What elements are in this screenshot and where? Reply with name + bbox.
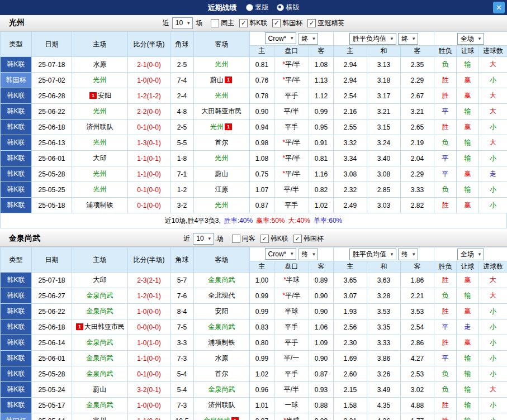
subcol-odds-home: 主 <box>250 46 274 57</box>
checkbox-checked-icon[interactable]: ✓ <box>307 19 316 27</box>
home-team-cell: 金泉尚武 <box>72 398 128 413</box>
filter-checkbox-label: 韩K联 <box>249 18 267 28</box>
filter-checkbox-label: 同主 <box>221 18 234 28</box>
avg-stage-select[interactable]: 终▼ <box>398 249 418 260</box>
layout-radio-group: 竖版横版 <box>246 3 300 12</box>
odds-stage-select[interactable]: 终▼ <box>298 33 319 45</box>
match-count-select[interactable]: 10▼ <box>172 17 193 29</box>
avg-away-cell: 2.82 <box>401 198 434 213</box>
odds-away-cell: 1.13 <box>309 73 334 88</box>
checkbox-unchecked-icon[interactable] <box>232 235 240 243</box>
team-name: 金泉尚武 <box>209 276 235 284</box>
goals-result-cell: 小 <box>479 182 507 198</box>
scope-select[interactable]: 全场▼ <box>457 249 484 260</box>
filter-checkbox[interactable]: 同客 <box>232 234 255 244</box>
corners-cell: 7-3 <box>170 398 194 413</box>
odds-home-cell: 0.87 <box>250 198 274 213</box>
odds-stage-select[interactable]: 终▼ <box>298 249 319 260</box>
match-date-cell: 25-07-18 <box>32 273 72 288</box>
match-row: 韩K联25-06-281安阳1-2(1-2)2-4光州0.78平手1.122.5… <box>1 88 507 104</box>
odds-away-cell: 0.82 <box>309 182 334 198</box>
team-name: 全北现代 <box>209 292 235 299</box>
goals-result-cell: 小 <box>479 198 507 213</box>
goals-result-cell: 大 <box>479 88 507 104</box>
avg-away-cell: 3.53 <box>401 304 434 319</box>
scope-select[interactable]: 全场▼ <box>457 33 484 45</box>
odds-company-select[interactable]: Crow*▼ <box>265 248 297 260</box>
filter-checkbox[interactable]: ✓韩K联 <box>260 234 288 244</box>
odds-home-cell: 1.07 <box>250 182 274 198</box>
match-row: 韩K联25-05-28金泉尚武0-1(0-0)5-4首尔1.02平手0.872.… <box>1 366 507 382</box>
result-cell: 平 <box>434 351 457 366</box>
subcol-odds-away: 客 <box>309 261 334 273</box>
subcol-result: 胜负 <box>434 261 457 273</box>
odds-home-cell: 0.99 <box>250 351 274 366</box>
team-name: 光州 <box>215 201 229 209</box>
match-count-select[interactable]: 10▼ <box>193 233 214 245</box>
avg-type-select[interactable]: 胜平负均值▼ <box>349 249 396 260</box>
avg-draw-cell: 3.03 <box>367 198 401 213</box>
avg-draw-cell: 3.63 <box>367 273 401 288</box>
odds-away-cell: 0.93 <box>309 382 334 398</box>
away-team-cell: 金泉尚武 <box>194 319 250 335</box>
avg-type-select[interactable]: 胜平负均值▼ <box>349 33 396 45</box>
avg-stage-select[interactable]: 终▼ <box>398 33 418 45</box>
away-team-cell: 光州1 <box>194 120 250 135</box>
radio-unselected-icon[interactable] <box>246 4 253 11</box>
match-row: 韩K联25-05-17金泉尚武1-0(0-0)7-3济州联队1.01一球0.88… <box>1 398 507 413</box>
result-cell: 胜 <box>434 273 457 288</box>
filter-checkbox[interactable]: ✓韩国杯 <box>293 234 324 244</box>
filter-checkbox[interactable]: ✓韩K联 <box>239 18 267 28</box>
filter-checkbox[interactable]: 同主 <box>211 18 234 28</box>
team-name: 蔚山 <box>210 76 224 84</box>
odds-controls: Crow*▼ 终▼ <box>250 247 334 261</box>
subcol-avg-home: 主 <box>334 261 367 273</box>
filter-checkbox[interactable]: ✓韩国杯 <box>272 18 302 28</box>
handicap-cell: *平/半 <box>274 166 309 182</box>
avg-draw-cell: 3.86 <box>367 351 401 366</box>
select-value: 终 <box>401 250 408 259</box>
checkbox-checked-icon[interactable]: ✓ <box>260 235 269 243</box>
league-type-cell: 韩K联 <box>1 120 32 135</box>
home-team-cell: 浦项制铁 <box>72 198 128 213</box>
league-type-cell: 韩K联 <box>1 104 32 120</box>
checkbox-checked-icon[interactable]: ✓ <box>239 19 248 27</box>
corners-cell: 5-5 <box>170 135 194 151</box>
filter-prefix-label: 近 <box>183 234 190 244</box>
close-button[interactable]: ✕ <box>493 2 505 13</box>
favorite-mark: * <box>282 292 285 299</box>
handicap-cell: 半球 <box>274 304 309 319</box>
match-date-cell: 25-05-28 <box>32 166 72 182</box>
checkbox-checked-icon[interactable]: ✓ <box>272 19 281 27</box>
handicap-cell: *平/半 <box>274 288 309 304</box>
column-header-away: 客场 <box>194 247 250 273</box>
result-cell: 胜 <box>434 73 457 88</box>
corners-cell: 7-3 <box>170 351 194 366</box>
radio-selected-icon[interactable] <box>277 4 284 11</box>
corners-cell: 7-5 <box>170 319 194 335</box>
avg-away-cell: 2.35 <box>401 57 434 73</box>
popup-title: 近期战绩 <box>208 3 237 13</box>
filter-checkbox[interactable]: ✓亚冠精英 <box>307 18 344 28</box>
corners-cell: 2-5 <box>170 57 194 73</box>
odds-company-select[interactable]: Crow*▼ <box>265 32 297 44</box>
checkbox-unchecked-icon[interactable] <box>211 19 219 27</box>
league-type-cell: 韩K联 <box>1 182 32 198</box>
result-cell: 平 <box>434 166 457 182</box>
goals-result-cell: 小 <box>479 151 507 166</box>
corners-cell: 1-2 <box>170 182 194 198</box>
match-date-cell: 25-05-14 <box>32 413 72 420</box>
layout-radio-option[interactable]: 横版 <box>277 3 300 12</box>
result-cell: 胜 <box>434 398 457 413</box>
chevron-down-icon: ▼ <box>411 36 416 41</box>
checkbox-checked-icon[interactable]: ✓ <box>293 235 302 243</box>
select-value: 终 <box>302 34 309 44</box>
layout-radio-option[interactable]: 竖版 <box>246 3 269 12</box>
match-date-cell: 25-05-25 <box>32 182 72 198</box>
match-date-cell: 25-06-28 <box>32 88 72 104</box>
goals-result-cell: 小 <box>479 319 507 335</box>
handicap-cell: 平手 <box>274 319 309 335</box>
favorite-mark: * <box>283 417 286 420</box>
team-name: 金泉尚武 <box>87 370 113 378</box>
column-header-corners: 角球 <box>170 32 194 57</box>
